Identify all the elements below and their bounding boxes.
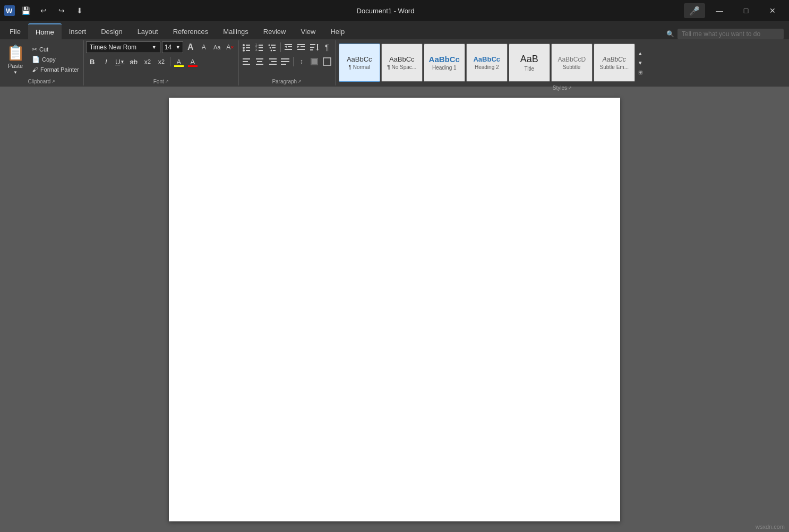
word-icon: W bbox=[4, 5, 15, 16]
font-group-content: Times New Rom ▼ 14 ▼ A A Aa A ✕ B I U ▼ bbox=[86, 41, 236, 78]
text-highlight-button[interactable]: A bbox=[173, 56, 185, 67]
justify-button[interactable] bbox=[279, 56, 291, 67]
clipboard-group-content: 📋 Paste ▼ ✂ Cut 📄 Copy 🖌 Format Painter bbox=[2, 41, 81, 78]
clipboard-group: 📋 Paste ▼ ✂ Cut 📄 Copy 🖌 Format Painter bbox=[0, 40, 84, 85]
font-name-row: Times New Rom ▼ 14 ▼ A A Aa A ✕ bbox=[86, 41, 236, 53]
align-left-button[interactable] bbox=[241, 56, 253, 67]
tab-view[interactable]: View bbox=[293, 23, 323, 39]
decrease-indent-button[interactable] bbox=[283, 41, 295, 53]
svg-rect-23 bbox=[285, 49, 292, 50]
maximize-button[interactable]: □ bbox=[734, 3, 758, 19]
tab-references[interactable]: References bbox=[166, 23, 216, 39]
font-color-button[interactable]: A bbox=[186, 56, 199, 67]
tab-home[interactable]: Home bbox=[28, 23, 62, 39]
style-normal-preview: AaBbCc bbox=[347, 55, 372, 63]
svg-rect-47 bbox=[312, 59, 317, 64]
paragraph-expand-icon[interactable]: ↗ bbox=[298, 79, 302, 84]
title-bar: W 💾 ↩ ↪ ⬇ Document1 - Word 🎤 — □ ✕ bbox=[0, 0, 789, 21]
underline-button[interactable]: U ▼ bbox=[114, 56, 126, 67]
svg-rect-17 bbox=[272, 47, 276, 48]
style-subtle-em-preview: AaBbCc bbox=[603, 56, 626, 63]
style-no-spacing-label: ¶ No Spac... bbox=[387, 64, 416, 70]
clipboard-group-label: Clipboard ↗ bbox=[2, 78, 81, 85]
svg-rect-24 bbox=[297, 44, 305, 45]
style-normal-label: ¶ Normal bbox=[349, 64, 370, 70]
style-subtle-em-label: Subtle Em... bbox=[600, 64, 629, 70]
para-divider2 bbox=[293, 57, 294, 66]
align-right-button[interactable] bbox=[267, 56, 278, 67]
strikethrough-button[interactable]: ab bbox=[127, 56, 140, 67]
shading-button[interactable] bbox=[308, 56, 320, 67]
svg-rect-26 bbox=[301, 46, 305, 47]
tab-review[interactable]: Review bbox=[256, 23, 294, 39]
styles-expand-icon[interactable]: ↗ bbox=[568, 85, 572, 90]
italic-button[interactable]: I bbox=[100, 56, 113, 67]
style-normal[interactable]: AaBbCc ¶ Normal bbox=[339, 44, 380, 82]
bullets-button[interactable] bbox=[241, 41, 253, 53]
font-name-dropdown-arrow: ▼ bbox=[152, 45, 157, 50]
pilcrow-button[interactable]: ¶ bbox=[321, 41, 333, 53]
style-subtle-em[interactable]: AaBbCc Subtle Em... bbox=[594, 44, 635, 82]
align-center-button[interactable] bbox=[254, 56, 265, 67]
microphone-button[interactable]: 🎤 bbox=[684, 3, 705, 18]
document-page[interactable] bbox=[169, 98, 620, 521]
borders-button[interactable] bbox=[321, 56, 333, 67]
style-heading2[interactable]: AaBbCc Heading 2 bbox=[466, 44, 508, 82]
style-no-spacing[interactable]: AaBbCc ¶ No Spac... bbox=[381, 44, 423, 82]
customize-qat-button[interactable]: ⬇ bbox=[72, 3, 87, 18]
para-divider1 bbox=[280, 42, 281, 52]
styles-group-label: Styles ↗ bbox=[338, 84, 787, 92]
close-button[interactable]: ✕ bbox=[760, 3, 785, 19]
mic-icon: 🎤 bbox=[689, 6, 700, 16]
styles-scroll-up[interactable]: ▲ bbox=[636, 49, 645, 57]
format-painter-button[interactable]: 🖌 Format Painter bbox=[30, 65, 81, 74]
sort-button[interactable] bbox=[308, 41, 320, 53]
multilevel-button[interactable] bbox=[267, 41, 278, 53]
svg-rect-20 bbox=[285, 44, 292, 45]
style-heading1[interactable]: AaBbCc Heading 1 bbox=[424, 44, 465, 82]
tab-help[interactable]: Help bbox=[323, 23, 352, 39]
style-title[interactable]: AaB Title bbox=[509, 44, 550, 82]
font-grow-button[interactable]: A bbox=[185, 41, 196, 53]
bold-button[interactable]: B bbox=[86, 56, 99, 67]
ribbon-toolbar: 📋 Paste ▼ ✂ Cut 📄 Copy 🖌 Format Painter bbox=[0, 39, 789, 87]
subscript-button[interactable]: x2 bbox=[141, 56, 154, 67]
styles-expand[interactable]: ⊞ bbox=[636, 68, 645, 76]
font-name-selector[interactable]: Times New Rom ▼ bbox=[86, 41, 160, 53]
ribbon-search-input[interactable] bbox=[677, 29, 784, 39]
styles-scroll-down[interactable]: ▼ bbox=[636, 58, 645, 67]
increase-indent-button[interactable] bbox=[296, 41, 307, 53]
svg-rect-39 bbox=[256, 64, 263, 65]
style-subtitle-label: Subtitle bbox=[563, 64, 580, 70]
paste-button[interactable]: 📋 Paste ▼ bbox=[2, 44, 29, 75]
font-group-label: Font ↗ bbox=[86, 78, 236, 85]
font-expand-icon[interactable]: ↗ bbox=[165, 79, 169, 84]
styles-scroll-controls: ▲ ▼ ⊞ bbox=[636, 49, 645, 76]
quick-access-toolbar: W 💾 ↩ ↪ ⬇ bbox=[4, 3, 87, 18]
svg-rect-34 bbox=[243, 58, 250, 59]
font-size-selector[interactable]: 14 ▼ bbox=[162, 41, 183, 53]
tab-mailings[interactable]: Mailings bbox=[216, 23, 256, 39]
clipboard-small-buttons: ✂ Cut 📄 Copy 🖌 Format Painter bbox=[30, 45, 81, 74]
tab-design[interactable]: Design bbox=[93, 23, 130, 39]
copy-button[interactable]: 📄 Copy bbox=[30, 55, 81, 64]
font-shrink-button[interactable]: A bbox=[198, 41, 210, 53]
minimize-button[interactable]: — bbox=[707, 3, 732, 19]
superscript-button[interactable]: x2 bbox=[155, 56, 168, 67]
cut-button[interactable]: ✂ Cut bbox=[30, 45, 81, 54]
cut-icon: ✂ bbox=[32, 46, 37, 53]
tab-insert[interactable]: Insert bbox=[62, 23, 94, 39]
numbering-button[interactable]: 1.2.3. bbox=[254, 41, 265, 53]
style-subtitle[interactable]: AaBbCcD Subtitle bbox=[551, 44, 593, 82]
svg-rect-40 bbox=[269, 58, 277, 59]
change-case-button[interactable]: Aa bbox=[211, 41, 223, 53]
clear-formatting-button[interactable]: A ✕ bbox=[225, 41, 236, 53]
tab-layout[interactable]: Layout bbox=[130, 23, 166, 39]
tab-file[interactable]: File bbox=[2, 23, 28, 39]
line-spacing-button[interactable]: ↕ bbox=[296, 56, 307, 67]
undo-qat-button[interactable]: ↩ bbox=[36, 3, 51, 18]
svg-rect-30 bbox=[310, 49, 313, 50]
redo-qat-button[interactable]: ↪ bbox=[54, 3, 69, 18]
clipboard-expand-icon[interactable]: ↗ bbox=[52, 79, 55, 84]
save-qat-button[interactable]: 💾 bbox=[18, 3, 33, 18]
